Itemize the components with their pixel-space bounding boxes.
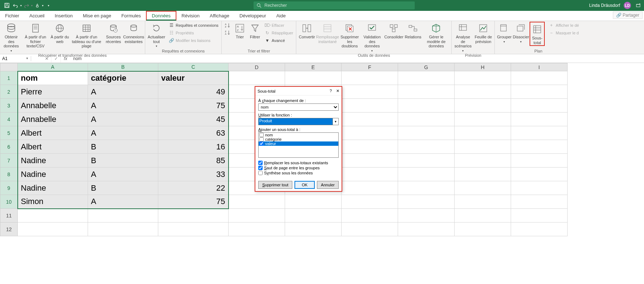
requetes-connexions-button[interactable]: ☰Requêtes et connexions: [167, 22, 220, 29]
cell[interactable]: [398, 168, 455, 181]
list-item-nom[interactable]: nom: [259, 133, 338, 137]
cell[interactable]: 75: [158, 99, 229, 113]
avance-button[interactable]: ▼Avancé: [263, 37, 294, 44]
col-header-D[interactable]: D: [229, 63, 285, 71]
cell[interactable]: [455, 168, 511, 181]
cell[interactable]: 22: [158, 181, 229, 195]
chevron-down-icon[interactable]: ▼: [333, 118, 338, 125]
cell[interactable]: Albert: [18, 126, 88, 140]
cell[interactable]: [455, 99, 511, 113]
tab-donnees[interactable]: Données: [146, 11, 176, 21]
cell[interactable]: A: [88, 168, 158, 181]
dialog-help-icon[interactable]: ?: [330, 89, 332, 93]
cell[interactable]: [18, 222, 88, 236]
cell[interactable]: [511, 181, 568, 195]
cell[interactable]: [455, 113, 511, 126]
user-name[interactable]: Linda Dräusdorf: [589, 3, 620, 8]
fonction-select[interactable]: Produit ▼: [258, 118, 339, 125]
ok-button[interactable]: OK: [294, 181, 315, 189]
row-header[interactable]: 9: [0, 181, 18, 195]
cell[interactable]: [398, 222, 455, 236]
cell[interactable]: Annabelle: [18, 113, 88, 126]
row-header[interactable]: 6: [0, 140, 18, 154]
sources-recentes-button[interactable]: Sources récentes: [104, 22, 123, 44]
analyse-button[interactable]: Analyse de scénarios▾: [453, 22, 473, 52]
cell[interactable]: [511, 168, 568, 181]
cell[interactable]: [511, 85, 568, 99]
touch-mode-icon[interactable]: [33, 1, 41, 9]
cell[interactable]: [229, 222, 285, 236]
row-header[interactable]: 4: [0, 113, 18, 126]
cell[interactable]: [398, 71, 455, 85]
cell[interactable]: Annabelle: [18, 99, 88, 113]
row-header[interactable]: 2: [0, 85, 18, 99]
cell[interactable]: [342, 99, 398, 113]
share-button[interactable]: 🔗 Partager: [613, 12, 643, 19]
row-header[interactable]: 3: [0, 99, 18, 113]
cell[interactable]: [455, 222, 511, 236]
cell[interactable]: [342, 195, 398, 209]
cell[interactable]: [229, 209, 285, 222]
cell[interactable]: [229, 195, 285, 209]
cell[interactable]: 45: [158, 113, 229, 126]
cell[interactable]: [398, 209, 455, 222]
cell[interactable]: [455, 71, 511, 85]
redo-icon[interactable]: [22, 1, 30, 9]
cell[interactable]: [511, 71, 568, 85]
cell[interactable]: [285, 222, 342, 236]
cell[interactable]: [342, 140, 398, 154]
cell[interactable]: [398, 154, 455, 168]
convertir-button[interactable]: Convertir: [298, 22, 316, 39]
cell[interactable]: Albert: [18, 140, 88, 154]
search-input[interactable]: [264, 3, 412, 8]
cell[interactable]: [455, 85, 511, 99]
cell[interactable]: 63: [158, 126, 229, 140]
tab-mise-en-page[interactable]: Mise en page: [78, 11, 116, 21]
row-header[interactable]: 10: [0, 195, 18, 209]
doublons-button[interactable]: Supprimer les doublons: [339, 22, 360, 48]
col-header-I[interactable]: I: [511, 63, 568, 71]
chk-categorie[interactable]: [259, 137, 264, 141]
cell[interactable]: A: [88, 195, 158, 209]
chk-saut[interactable]: [258, 166, 263, 170]
sous-total-button[interactable]: Sous-total: [531, 23, 544, 45]
cell[interactable]: [342, 222, 398, 236]
chk-synthese[interactable]: [258, 171, 263, 175]
qat-customize-icon[interactable]: ▾: [48, 4, 49, 7]
cell[interactable]: [342, 181, 398, 195]
afficher-detail-button[interactable]: +Afficher le dé: [547, 22, 580, 29]
cell[interactable]: [88, 222, 158, 236]
cell[interactable]: [342, 113, 398, 126]
chk-remplacer[interactable]: [258, 161, 263, 165]
cell[interactable]: [455, 195, 511, 209]
filtrer-button[interactable]: Filtrer: [248, 22, 262, 39]
cell[interactable]: [511, 154, 568, 168]
cell[interactable]: [342, 126, 398, 140]
proprietes-button[interactable]: ☷Propriétés: [167, 29, 220, 37]
effacer-button[interactable]: ⌦Effacer: [263, 22, 294, 29]
supprimer-tout-button[interactable]: Supprimer tout: [258, 181, 292, 189]
col-header-G[interactable]: G: [398, 63, 455, 71]
redo-dropdown-icon[interactable]: ▾: [31, 4, 33, 7]
cell[interactable]: [88, 209, 158, 222]
cell[interactable]: A: [88, 99, 158, 113]
row-header[interactable]: 7: [0, 154, 18, 168]
cell[interactable]: [455, 181, 511, 195]
texte-csv-button[interactable]: À partir d'un fichier texte/CSV: [22, 22, 49, 48]
cell[interactable]: 49: [158, 85, 229, 99]
tab-fichier[interactable]: Fichier: [0, 11, 24, 21]
col-header-E[interactable]: E: [285, 63, 342, 71]
actualiser-button[interactable]: Actualiser tout▾: [147, 22, 166, 48]
cell[interactable]: [511, 113, 568, 126]
cell[interactable]: B: [88, 181, 158, 195]
cell[interactable]: [398, 140, 455, 154]
col-header-A[interactable]: A: [18, 63, 88, 71]
trier-button[interactable]: AZ Trier: [233, 22, 247, 39]
cell[interactable]: [455, 140, 511, 154]
consolider-button[interactable]: Consolider: [384, 22, 403, 39]
cell[interactable]: [511, 195, 568, 209]
ribbon-display-options-icon[interactable]: [635, 2, 642, 9]
ajouter-listbox[interactable]: nom catégorie valeur: [258, 132, 339, 158]
row-header[interactable]: 1: [0, 71, 18, 85]
dissocier-button[interactable]: Dissocier▾: [513, 22, 529, 43]
